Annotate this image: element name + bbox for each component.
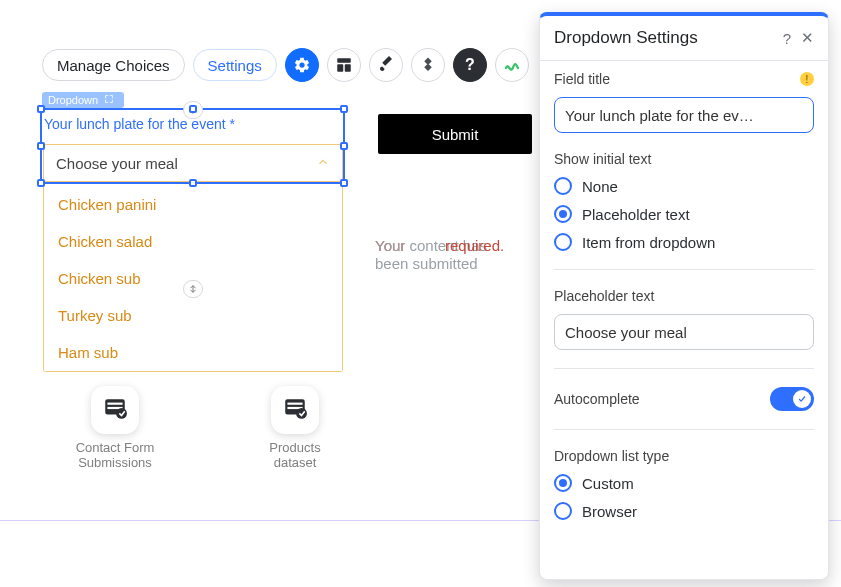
show-initial-label: Show initial text <box>554 151 814 167</box>
question-icon: ? <box>465 56 475 74</box>
panel-header: Dropdown Settings ? ✕ <box>540 16 828 61</box>
svg-point-6 <box>116 408 127 419</box>
field-title-input[interactable]: Your lunch plate for the ev… <box>554 97 814 133</box>
data-connections-button[interactable] <box>495 48 529 82</box>
placeholder-text-input[interactable]: Choose your meal <box>554 314 814 350</box>
settings-button[interactable]: Settings <box>193 49 277 81</box>
divider <box>554 368 814 369</box>
brush-icon <box>377 56 395 74</box>
radio-item[interactable]: Item from dropdown <box>554 233 814 251</box>
field-title-label: Field title <box>554 71 610 87</box>
radio-list-browser[interactable]: Browser <box>554 502 814 520</box>
radio-none[interactable]: None <box>554 177 814 195</box>
panel-help-button[interactable]: ? <box>783 30 791 47</box>
divider <box>554 429 814 430</box>
editor-toolbar: Manage Choices Settings ? <box>42 48 529 82</box>
layout-button[interactable] <box>327 48 361 82</box>
dataset-icon <box>102 395 128 425</box>
help-button[interactable]: ? <box>453 48 487 82</box>
svg-rect-0 <box>337 58 351 63</box>
dropdown-list: Chicken panini Chicken salad Chicken sub… <box>43 186 343 372</box>
form-status-text: Your Your content has required. been sub… <box>375 236 535 274</box>
dataset-caption: Contact FormSubmissions <box>76 440 155 470</box>
resize-handle[interactable] <box>189 105 197 113</box>
autocomplete-toggle[interactable] <box>770 387 814 411</box>
settings-label: Settings <box>208 57 262 74</box>
component-chip-label: Dropdown <box>48 94 98 106</box>
svg-rect-8 <box>287 403 302 405</box>
resize-handle[interactable] <box>37 179 45 187</box>
diamond-stack-icon <box>419 56 437 74</box>
settings-panel: Dropdown Settings ? ✕ Field title ! Your… <box>539 12 829 580</box>
manage-choices-label: Manage Choices <box>57 57 170 74</box>
radio-placeholder[interactable]: Placeholder text <box>554 205 814 223</box>
panel-close-button[interactable]: ✕ <box>801 29 814 47</box>
dropdown-option[interactable]: Chicken salad <box>44 223 342 260</box>
svg-rect-4 <box>107 403 122 405</box>
dataset-icon <box>282 395 308 425</box>
dropdown-option[interactable]: Chicken panini <box>44 186 342 223</box>
settings-gear-button[interactable] <box>285 48 319 82</box>
autocomplete-label: Autocomplete <box>554 391 640 407</box>
list-type-label: Dropdown list type <box>554 448 814 464</box>
gear-icon <box>293 56 311 74</box>
panel-body: Field title ! Your lunch plate for the e… <box>540 61 828 540</box>
resize-handle[interactable] <box>340 142 348 150</box>
component-chip[interactable]: Dropdown <box>42 92 124 108</box>
selection-outline <box>40 108 345 184</box>
submit-label: Submit <box>432 126 479 143</box>
submit-button[interactable]: Submit <box>378 114 532 154</box>
expand-icon <box>104 94 114 106</box>
manage-choices-button[interactable]: Manage Choices <box>42 49 185 81</box>
resize-handle[interactable] <box>189 179 197 187</box>
warning-icon[interactable]: ! <box>800 72 814 86</box>
placeholder-text-label: Placeholder text <box>554 288 814 304</box>
dropdown-option[interactable]: Turkey sub <box>44 297 342 334</box>
squiggle-icon <box>503 56 521 74</box>
resize-handle[interactable] <box>37 105 45 113</box>
dataset-caption: Productsdataset <box>269 440 320 470</box>
resize-handle[interactable] <box>37 142 45 150</box>
dataset-tile <box>91 386 139 434</box>
layout-icon <box>335 56 353 74</box>
design-brush-button[interactable] <box>369 48 403 82</box>
dataset-contact-form[interactable]: Contact FormSubmissions <box>60 386 170 470</box>
divider <box>554 269 814 270</box>
dataset-products[interactable]: Productsdataset <box>240 386 350 470</box>
animations-button[interactable] <box>411 48 445 82</box>
radio-list-custom[interactable]: Custom <box>554 474 814 492</box>
resize-knob-bottom[interactable] <box>183 280 203 298</box>
dataset-tile <box>271 386 319 434</box>
resize-handle[interactable] <box>340 105 348 113</box>
resize-handle[interactable] <box>340 179 348 187</box>
svg-rect-1 <box>337 64 343 72</box>
svg-point-10 <box>296 408 307 419</box>
svg-rect-2 <box>345 64 351 72</box>
panel-title: Dropdown Settings <box>554 28 698 48</box>
dropdown-option[interactable]: Ham sub <box>44 334 342 371</box>
toggle-knob <box>793 390 811 408</box>
datasets-row: Contact FormSubmissions Productsdataset <box>60 386 350 470</box>
